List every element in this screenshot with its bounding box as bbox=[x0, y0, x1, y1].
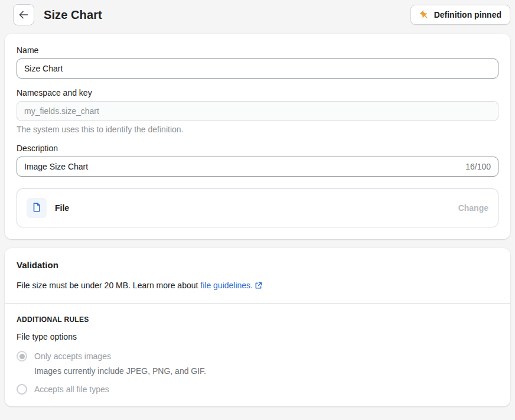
file-icon-box bbox=[27, 198, 47, 218]
radio-unselected-icon[interactable] bbox=[17, 384, 27, 395]
change-type-button[interactable]: Change bbox=[458, 203, 488, 213]
validation-text: File size must be under 20 MB. Learn mor… bbox=[17, 281, 498, 291]
back-arrow-icon bbox=[18, 9, 30, 21]
radio-selected-icon[interactable] bbox=[17, 351, 27, 362]
additional-rules-heading: ADDITIONAL RULES bbox=[17, 315, 498, 324]
name-input-value: Size Chart bbox=[24, 64, 63, 73]
content-type-row: File Change bbox=[17, 188, 498, 227]
definition-form-card: Name Size Chart Namespace and key my_fie… bbox=[5, 34, 510, 239]
name-label: Name bbox=[17, 45, 498, 55]
namespace-label: Namespace and key bbox=[17, 88, 498, 97]
validation-card: Validation File size must be under 20 MB… bbox=[5, 248, 510, 406]
namespace-input: my_fields.size_chart bbox=[17, 101, 498, 121]
radio-option-all-types[interactable]: Accepts all file types bbox=[17, 384, 498, 395]
page-header: Size Chart Definition pinned bbox=[0, 0, 515, 30]
additional-rules-section: ADDITIONAL RULES File type options Only … bbox=[5, 304, 510, 406]
definition-pinned-button[interactable]: Definition pinned bbox=[410, 5, 510, 25]
description-input-value: Image Size Chart bbox=[24, 162, 88, 171]
namespace-input-value: my_fields.size_chart bbox=[24, 106, 99, 116]
validation-text-body: File size must be under 20 MB. Learn mor… bbox=[17, 281, 200, 290]
namespace-field-group: Namespace and key my_fields.size_chart T… bbox=[17, 88, 498, 134]
validation-section: Validation File size must be under 20 MB… bbox=[5, 248, 510, 303]
character-counter: 16/100 bbox=[465, 162, 491, 171]
description-input[interactable]: Image Size Chart 16/100 bbox=[17, 157, 498, 177]
back-button[interactable] bbox=[13, 4, 34, 25]
radio-option-only-images-help: Images currently include JPEG, PNG, and … bbox=[34, 366, 498, 376]
description-label: Description bbox=[17, 144, 498, 153]
radio-option-only-images[interactable]: Only accepts images bbox=[17, 351, 498, 362]
pushpin-icon bbox=[419, 10, 429, 20]
namespace-help-text: The system uses this to identify the def… bbox=[17, 125, 498, 134]
radio-option-all-types-label: Accepts all file types bbox=[34, 385, 109, 394]
definition-pinned-label: Definition pinned bbox=[434, 10, 501, 19]
description-field-group: Description Image Size Chart 16/100 bbox=[17, 144, 498, 177]
content-type-label: File bbox=[55, 203, 69, 213]
file-icon bbox=[31, 202, 42, 214]
validation-title: Validation bbox=[17, 260, 498, 270]
name-input[interactable]: Size Chart bbox=[17, 58, 498, 79]
radio-option-only-images-label: Only accepts images bbox=[34, 351, 111, 361]
file-type-options-label: File type options bbox=[17, 332, 498, 341]
file-guidelines-link[interactable]: file guidelines. bbox=[200, 281, 253, 290]
name-field-group: Name Size Chart bbox=[17, 45, 498, 79]
page-title: Size Chart bbox=[44, 8, 102, 22]
external-link-icon bbox=[255, 282, 262, 291]
